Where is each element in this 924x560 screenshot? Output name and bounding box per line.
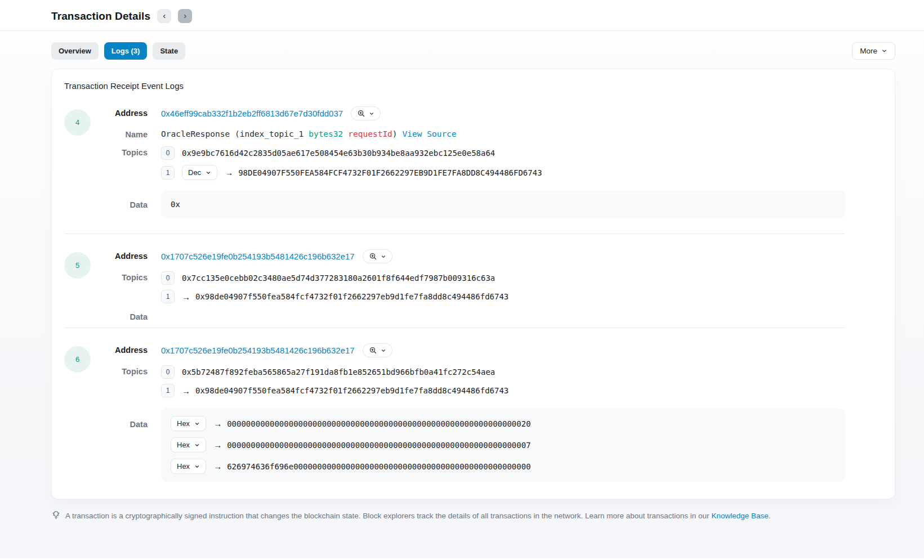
- topic-value: 98DE04907F550FEA584FCF4732F01F2662297EB9…: [238, 168, 542, 177]
- entry-divider: [64, 234, 845, 234]
- chevron-right-icon: ›: [184, 11, 186, 20]
- arrow-right-icon: →: [213, 440, 222, 450]
- chevron-left-icon: ‹: [163, 11, 166, 20]
- topic-value: 0x98de04907f550fea584fcf4732f01f2662297e…: [195, 292, 508, 301]
- data-box: Hex → 0000000000000000000000000000000000…: [161, 408, 845, 482]
- topics-label: Topics: [64, 271, 148, 282]
- next-transaction-button[interactable]: ›: [178, 9, 192, 23]
- arrow-right-icon: →: [182, 292, 190, 302]
- chevron-down-icon: [881, 48, 887, 54]
- data-word-value: 0000000000000000000000000000000000000000…: [227, 419, 530, 428]
- chevron-down-icon: [194, 464, 200, 469]
- data-label: Data: [64, 312, 148, 321]
- tab-group: Overview Logs (3) State: [51, 42, 185, 60]
- footer-text: A transaction is a cryptographically sig…: [65, 512, 709, 520]
- data-word-value: 626974636f696e00000000000000000000000000…: [227, 462, 530, 471]
- tab-overview[interactable]: Overview: [51, 42, 99, 60]
- view-source-link[interactable]: View Source: [403, 129, 457, 138]
- topic-index-badge: 1: [161, 290, 175, 303]
- event-param-name: requestId: [348, 129, 392, 138]
- chevron-down-icon: [381, 348, 386, 353]
- log-entry: 4 Address 0x46eff99cab332f1b2eb2ff6813d6…: [64, 106, 845, 218]
- data-format-dropdown[interactable]: Hex: [171, 416, 206, 431]
- lightbulb-icon: [51, 510, 61, 521]
- topics-row: Topics 0 0x5b72487f892feba565865a27f191d…: [161, 365, 845, 397]
- more-label: More: [860, 47, 877, 55]
- data-word-row: Hex → 0000000000000000000000000000000000…: [171, 437, 836, 453]
- address-link[interactable]: 0x46eff99cab332f1b2eb2ff6813d67e7d30fdd0…: [161, 109, 343, 118]
- data-word-value: 0000000000000000000000000000000000000000…: [227, 441, 530, 450]
- data-label: Data: [64, 408, 148, 429]
- page-title: Transaction Details: [51, 10, 150, 23]
- tab-toolbar: Overview Logs (3) State More: [51, 31, 895, 60]
- data-box: 0x: [161, 190, 845, 218]
- event-signature-close: ): [392, 129, 398, 138]
- magnifier-plus-icon: [357, 109, 365, 118]
- format-label: Hex: [177, 462, 190, 471]
- log-entries: 4 Address 0x46eff99cab332f1b2eb2ff6813d6…: [64, 106, 845, 482]
- chevron-down-icon: [194, 442, 200, 448]
- chevron-down-icon: [206, 170, 211, 176]
- knowledge-base-link[interactable]: Knowledge Base: [711, 512, 768, 520]
- address-link[interactable]: 0x1707c526e19fe0b254193b5481426c196b632e…: [161, 252, 355, 261]
- footer-period: .: [769, 512, 771, 520]
- topics-label: Topics: [64, 365, 148, 376]
- data-word-row: Hex → 626974636f696e00000000000000000000…: [171, 459, 836, 474]
- address-row: Address 0x1707c526e19fe0b254193b5481426c…: [161, 343, 845, 357]
- topic-index-badge: 0: [161, 146, 175, 160]
- topic-value: 0x98de04907f550fea584fcf4732f01f2662297e…: [195, 386, 508, 395]
- topics-row: Topics 0 0x7cc135e0cebb02c3480ae5d74d377…: [161, 271, 845, 303]
- address-label: Address: [64, 249, 148, 261]
- more-dropdown-button[interactable]: More: [852, 42, 895, 60]
- topic-index-badge: 0: [161, 365, 175, 379]
- data-row: Data Hex → 00000000000000000000000000000…: [161, 408, 845, 482]
- chevron-down-icon: [369, 111, 374, 117]
- topic-format-dropdown[interactable]: Dec: [182, 165, 217, 180]
- data-row: Data 0x: [161, 190, 845, 218]
- tab-logs[interactable]: Logs (3): [104, 42, 148, 60]
- topic-row: 1 → 0x98de04907f550fea584fcf4732f01f2662…: [161, 290, 845, 303]
- address-zoom-button[interactable]: [363, 343, 392, 357]
- topic-row: 0 0x9e9bc7616d42c2835d05ae617e508454e63b…: [161, 146, 845, 160]
- address-row: Address 0x1707c526e19fe0b254193b5481426c…: [161, 249, 845, 263]
- event-logs-card: Transaction Receipt Event Logs 4 Address…: [51, 69, 895, 499]
- card-heading: Transaction Receipt Event Logs: [64, 81, 882, 91]
- topic-index-badge: 1: [161, 384, 175, 397]
- log-entry: 5 Address 0x1707c526e19fe0b254193b548142…: [64, 249, 845, 312]
- topic-row: 1 → 0x98de04907f550fea584fcf4732f01f2662…: [161, 384, 845, 397]
- address-label: Address: [64, 106, 148, 118]
- topic-value: 0x5b72487f892feba565865a27f191da8fb1e852…: [182, 368, 495, 377]
- page-header: Transaction Details ‹ ›: [0, 0, 924, 30]
- address-zoom-button[interactable]: [363, 249, 392, 263]
- address-zoom-button[interactable]: [351, 106, 381, 120]
- data-format-dropdown[interactable]: Hex: [171, 437, 206, 453]
- previous-transaction-button[interactable]: ‹: [157, 9, 171, 23]
- entry-divider: [64, 328, 845, 328]
- name-row: Name OracleResponse (index_topic_1bytes3…: [161, 128, 845, 138]
- chevron-down-icon: [194, 421, 200, 427]
- chevron-down-icon: [381, 254, 386, 259]
- topic-row: 0 0x7cc135e0cebb02c3480ae5d74d377283180a…: [161, 271, 845, 285]
- arrow-right-icon: →: [225, 168, 233, 177]
- content-area: Overview Logs (3) State More Transaction…: [0, 31, 924, 558]
- event-param-type: bytes32: [309, 129, 343, 138]
- topic-index-badge: 1: [161, 166, 175, 180]
- format-label: Dec: [188, 168, 201, 177]
- page-footer: A transaction is a cryptographically sig…: [51, 510, 895, 521]
- data-word-row: Hex → 0000000000000000000000000000000000…: [171, 416, 836, 431]
- arrow-right-icon: →: [182, 386, 190, 396]
- topic-value: 0x7cc135e0cebb02c3480ae5d74d377283180a26…: [182, 274, 495, 283]
- magnifier-plus-icon: [369, 252, 377, 261]
- data-format-dropdown[interactable]: Hex: [171, 459, 206, 474]
- log-entry: 6 Address 0x1707c526e19fe0b254193b548142…: [64, 343, 845, 482]
- format-label: Hex: [177, 441, 190, 449]
- event-signature: OracleResponse (index_topic_1: [161, 129, 303, 138]
- tab-state[interactable]: State: [153, 42, 185, 60]
- format-label: Hex: [177, 419, 190, 428]
- arrow-right-icon: →: [213, 462, 222, 471]
- magnifier-plus-icon: [369, 346, 377, 355]
- topic-value: 0x9e9bc7616d42c2835d05ae617e508454e63b30…: [182, 149, 495, 158]
- address-link[interactable]: 0x1707c526e19fe0b254193b5481426c196b632e…: [161, 346, 355, 355]
- topic-row: 0 0x5b72487f892feba565865a27f191da8fb1e8…: [161, 365, 845, 379]
- arrow-right-icon: →: [213, 419, 222, 428]
